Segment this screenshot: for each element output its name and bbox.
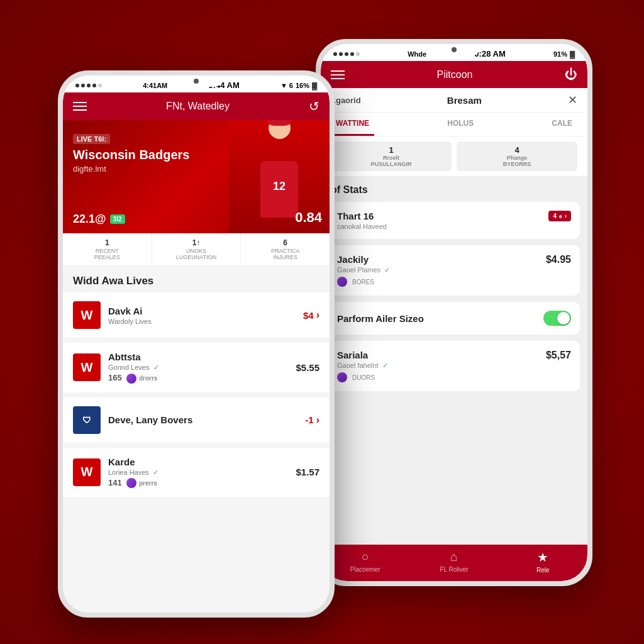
list-title-3: Karde [108,457,288,467]
battery-icon-left: ▓ [312,82,317,89]
power-button-right[interactable]: ⏻ [565,67,577,82]
list-sub-3: Loriea Haves ✓ [108,469,288,477]
battery-level-left: 16% [296,82,309,89]
list-price-2: -1 › [305,414,319,426]
platform-row-3: DUORS [337,372,388,382]
battery-level-right: 91% [553,50,567,58]
content-title-right: of Stats [328,184,580,196]
list-item[interactable]: W Karde Loriea Haves ✓ 141 prerrs $1.57 [63,448,330,497]
list-item[interactable]: W Abttsta Gonnd Leves ✓ 165 drorrs $5.55 [63,343,330,392]
camera-dot [194,79,199,84]
stat-label-0: RecentPEEALES [65,248,149,260]
stat-num-0: 1 [65,238,149,247]
list-title-0: Davk Ai [108,306,296,316]
list-item[interactable]: 🛡 Deve, Lany Bovers -1 › [63,397,330,443]
right-card-3[interactable]: Sariala Gaoel fahelnt ✓ DUORS $5,57 [328,341,580,391]
tab-cale[interactable]: CALE [547,113,577,136]
platform-label-3: DUORS [352,374,375,381]
right-card-0[interactable]: Thart 16 canokal Haveed 4e › [328,202,580,239]
list-price-1: $5.55 [296,362,319,373]
toggle-switch[interactable] [543,311,571,326]
right-card-info-1: Jackily Gaoel Plames ✓ BORES [337,254,390,287]
list-sub-0: Wardoly Lives [108,318,296,325]
score-badge: 3l2 [110,214,125,224]
hero-live-label: LIVE T6l: [73,134,110,144]
player-body: 12 [260,161,298,218]
bottom-nav-label-0: Placoemer [350,566,380,573]
nav-bar-left: FNt, Watedley ↺ [63,92,330,120]
player-head [269,120,291,139]
nav-title-left: FNt, Watedley [166,101,230,112]
hero-team-name: Wisconsin Badgers [73,148,189,162]
right-card-title-3: Sariala [337,350,388,360]
lgaorid-label: Lgaorid [331,96,361,105]
signal-dots [75,84,102,87]
list-count-1: 165 drorrs [108,373,288,384]
right-card-info-0: Thart 16 canokal Haveed [337,211,387,230]
sub-tab-num-0: 1 [336,145,447,155]
right-card-header-0: Thart 16 canokal Haveed 4e › [337,211,571,230]
circle-icon: ○ [362,550,369,564]
platform-label-1: BORES [352,279,374,286]
right-card-price-1: $4.95 [546,254,571,265]
sub-tab-label-1: PhangeBYEORRS [462,155,572,167]
right-card-sub-3: Gaoel fahelnt ✓ [337,362,388,370]
section-header-left: Widd Awa Lives [63,266,330,292]
team-logo-2: 🛡 [73,406,101,434]
hero-section: 12 LIVE T6l: Wisconsin Badgers digfte.lm… [63,120,330,233]
right-card-header-3: Sariala Gaoel fahelnt ✓ DUORS $5,57 [337,350,571,382]
tab-holus[interactable]: HOLUS [442,113,479,136]
nav-title-right: Piitcoon [437,69,473,80]
camera-dot-right [452,47,457,52]
menu-button-right[interactable] [331,70,345,79]
sub-tab-label-0: RroeltPUSULLANGIR [336,155,447,167]
refresh-button-left[interactable]: ↺ [309,99,319,114]
platform-row-1: BORES [337,277,390,287]
menu-button-left[interactable] [73,102,87,111]
home-icon: ⌂ [450,550,458,564]
team-logo-3: W [73,458,101,486]
arrow-icon-2: › [316,414,319,426]
phone-left: 4:41AM 9:44 AM ▼ 6 16% ▓ FNt, Watedley ↺ [58,70,335,618]
sub-header-row: Lgaorid Bresam ✕ [321,88,587,113]
list-item[interactable]: W Davk Ai Wardoly Lives $4 › [63,292,330,338]
bresam-label: Bresam [447,95,482,106]
hero-text: LIVE T6l: Wisconsin Badgers digfte.lmt [73,133,189,174]
bottom-nav-rele[interactable]: ★ Rele [499,550,587,574]
list-price-0: $4 › [303,309,319,321]
right-card-title-1: Jackily [337,254,390,265]
arrow-icon-0: › [316,309,319,321]
bottom-nav-label-1: FL Roliver [440,566,468,573]
right-content: of Stats Thart 16 canokal Haveed 4e › [321,177,587,545]
platform-badge-1 [337,277,347,287]
team-logo-1: W [73,353,101,381]
phone-right: Whde 0:28 AM 91% ▓ Piitcoon ⏻ Lgaorid Br… [316,39,592,586]
bottom-nav-fl-roliver[interactable]: ⌂ FL Roliver [409,550,498,574]
toggle-thumb [557,312,570,325]
sub-tab-0[interactable]: 1 RroeltPUSULLANGIR [331,142,452,171]
hero-score-right: 0.84 [295,209,322,226]
list-price-3: $1.57 [296,467,319,477]
toggle-label: Parform Ailer Sizeo [337,313,424,324]
star-icon: ★ [537,550,548,565]
right-card-badge-0: 4e › [548,211,571,221]
stat-label-2: PracticaINJURES [243,248,327,260]
sub-tab-num-1: 4 [462,145,572,155]
signal-strength: ▼ 6 [280,82,293,89]
list-text-2: Deve, Lany Bovers [108,414,297,425]
team-logo-0: W [73,301,101,329]
sub-tab-1[interactable]: 4 PhangeBYEORRS [457,142,577,171]
list-sub-1: Gonnd Leves ✓ [108,364,288,372]
right-card-1[interactable]: Jackily Gaoel Plames ✓ BORES $4.95 [328,245,580,296]
close-button-right[interactable]: ✕ [568,93,577,107]
right-card-2[interactable]: Parform Ailer Sizeo [328,302,580,335]
tab-wattine[interactable]: WATTINE [331,113,374,136]
right-card-info-3: Sariala Gaoel fahelnt ✓ DUORS [337,350,388,382]
phones-container: 4:41AM 9:44 AM ▼ 6 16% ▓ FNt, Watedley ↺ [39,39,605,605]
stats-row: 1 RecentPEEALES 1↑ UnoksLUGEUNATION 6 Pr… [63,233,330,266]
jersey-number: 12 [273,180,286,193]
stat-item-2: 6 PracticaINJURES [241,233,330,265]
bottom-nav-right: ○ Placoemer ⌂ FL Roliver ★ Rele [321,545,587,581]
status-carrier-right: Whde [408,50,426,58]
list-count-3: 141 prerrs [108,478,288,489]
